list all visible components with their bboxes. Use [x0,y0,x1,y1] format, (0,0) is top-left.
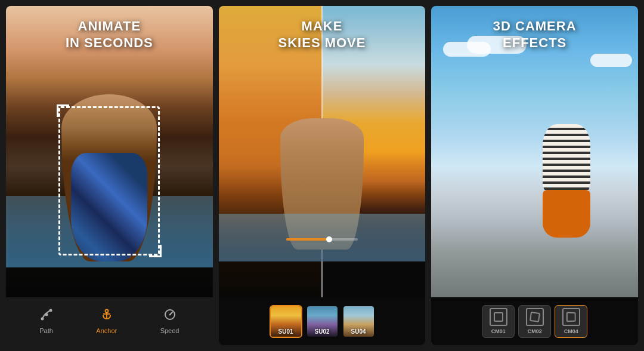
svg-point-3 [105,310,108,313]
panel1-toolbar: Path Anchor [6,297,213,345]
anchor-icon [100,308,113,324]
cm04-inner [566,312,575,322]
tool-speed[interactable]: Speed [151,303,188,339]
cm01-icon [490,308,507,326]
cm02-label: CM02 [528,328,542,334]
slider-thumb[interactable] [326,236,332,242]
skater-pants [543,190,590,238]
panel1-image: ANIMATE IN SECONDS [6,6,213,297]
skater-shirt [543,124,590,196]
su04-label: SU04 [343,328,374,335]
cm04-label: CM04 [564,328,578,334]
filter-row: SU01 SU02 SU04 [264,300,381,343]
panel3-image: 3D CAMERA EFFECTS [431,6,638,297]
cm01-inner [494,312,503,322]
svg-point-1 [45,313,48,316]
sky-slider[interactable] [286,238,358,241]
tool-anchor[interactable]: Anchor [87,303,126,339]
path-icon [40,308,53,324]
cm01-label: CM01 [491,328,506,334]
water-pool [219,214,426,261]
panel3-toolbar: CM01 CM02 CM04 [431,297,638,345]
panel2-image: MAKE SKIES MOVE [219,6,426,297]
selection-box [58,106,160,255]
tool-path[interactable]: Path [30,303,62,339]
cm02-icon [526,308,544,326]
speed-label: Speed [160,327,179,334]
effect-cm02[interactable]: CM02 [518,305,551,338]
svg-point-0 [41,318,44,321]
filter-su01[interactable]: SU01 [270,305,302,338]
panel3-title: 3D CAMERA EFFECTS [431,18,638,51]
cm04-icon [562,308,580,326]
panel2-toolbar: SU01 SU02 SU04 [219,297,426,345]
panel2-title: MAKE SKIES MOVE [219,18,426,51]
su01-label: SU01 [271,328,301,335]
skater-figure [513,106,620,261]
panel1-title: ANIMATE IN SECONDS [6,18,213,51]
su02-label: SU02 [307,328,338,335]
panel-camera: 3D CAMERA EFFECTS CM01 CM02 [431,6,638,345]
anchor-label: Anchor [96,327,117,334]
effect-cm01[interactable]: CM01 [482,305,515,338]
effect-cm04[interactable]: CM04 [555,305,587,338]
panel-skies: MAKE SKIES MOVE SU01 SU02 SU [219,6,426,345]
speed-icon [163,308,177,324]
panel-animate: ANIMATE IN SECONDS Path [6,6,213,345]
slider-fill [286,238,329,241]
svg-point-7 [169,314,171,316]
path-label: Path [39,327,53,334]
cloud-3 [590,54,632,67]
filter-su02[interactable]: SU02 [306,305,339,338]
svg-point-2 [49,309,52,312]
cm02-inner [530,312,540,322]
app-container: ANIMATE IN SECONDS Path [6,6,638,345]
filter-su04[interactable]: SU04 [342,305,375,338]
